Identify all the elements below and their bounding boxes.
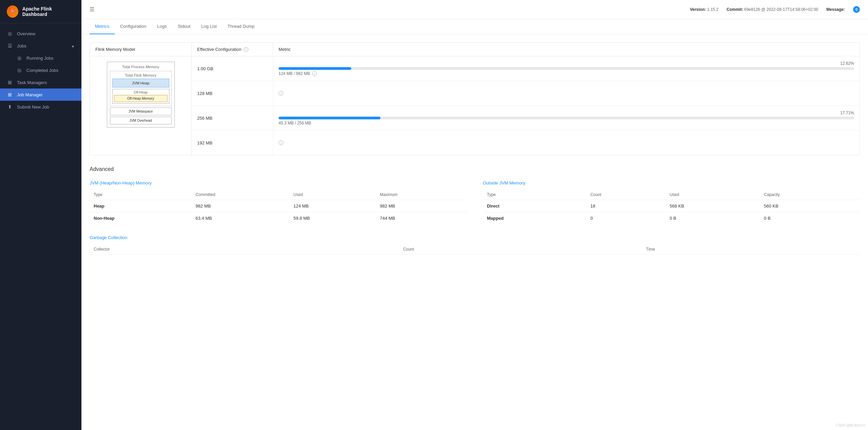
- jvm-heap-progress-fill: [279, 67, 351, 70]
- sidebar-running-jobs-label: Running Jobs: [26, 56, 54, 61]
- tab-thread-dump[interactable]: Thread Dump: [222, 19, 260, 34]
- topbar: ☰ Version: 1.15.2 Commit: 69e8126 @ 2022…: [81, 0, 868, 19]
- table-row: Mapped 0 0 B 0 B: [483, 212, 860, 224]
- advanced-tables: JVM (Heap/Non-Heap) Memory Type Committe…: [90, 180, 860, 224]
- jvm-metaspace-percent: 17.71%: [840, 111, 854, 115]
- memory-col-headers: Flink Memory Model Effective Configurati…: [90, 43, 860, 56]
- outside-jvm-table-section: Outside JVM Memory Type Count Used Capac…: [483, 180, 860, 224]
- eff-config-label: Effective Configuration: [197, 47, 242, 52]
- memory-row-off-heap: 128 MB i: [192, 81, 860, 106]
- table-row: Heap 982 MB 124 MB 982 MB: [90, 200, 467, 212]
- sidebar-section-jobs[interactable]: ☰ Jobs ▲: [0, 40, 81, 52]
- jvm-metaspace-metric: 17.71% 45.3 MB / 256 MB: [273, 106, 860, 130]
- total-flink-memory-box: Total Flink Memory JVM Heap Off-Heap Off…: [110, 71, 172, 106]
- topbar-info: Version: 1.15.2 Commit: 69e8126 @ 2022-0…: [690, 6, 860, 13]
- version-info: Version: 1.15.2: [690, 7, 718, 12]
- jvm-col-committed: Committed: [191, 190, 289, 200]
- memory-row-jvm-metaspace: 256 MB 17.71% 45.3 MB / 256 MB: [192, 106, 860, 131]
- chevron-up-icon: ▲: [71, 44, 75, 48]
- version-label: Version:: [690, 7, 706, 12]
- jvm-metaspace-diagram: JVM Metaspace: [110, 108, 172, 115]
- heap-committed: 982 MB: [191, 200, 289, 212]
- sidebar-item-overview[interactable]: ◎ Overview: [0, 27, 81, 40]
- jvm-table-title: JVM (Heap/Non-Heap) Memory: [90, 180, 467, 185]
- sidebar-item-job-manager[interactable]: ⊞ Job Manager: [0, 89, 81, 101]
- effective-config-header: Effective Configuration i: [192, 43, 273, 56]
- jvm-overhead-eff-config: 192 MB: [192, 131, 273, 155]
- jvm-overhead-diagram: JVM Overhead: [110, 117, 172, 124]
- off-heap-info-icon[interactable]: i: [279, 91, 283, 96]
- off-heap-label: Off-Heap: [114, 91, 168, 94]
- mapped-type: Mapped: [483, 212, 586, 224]
- message-count-badge: 0: [853, 6, 860, 13]
- tab-logs[interactable]: Logs: [152, 19, 172, 34]
- off-heap-eff-config: 128 MB: [192, 81, 273, 105]
- mapped-capacity: 0 B: [760, 212, 860, 224]
- eff-config-info-icon[interactable]: i: [244, 47, 248, 52]
- content-area: Metrics Configuration Logs Stdout Log Li…: [81, 19, 868, 430]
- ojvm-col-type: Type: [483, 190, 586, 200]
- logo-emoji: 🦩: [9, 8, 16, 15]
- page-body: Flink Memory Model Effective Configurati…: [81, 34, 868, 263]
- direct-capacity: 560 KB: [760, 200, 860, 212]
- sidebar: 🦩 Apache Flink Dashboard ◎ Overview ☰ Jo…: [0, 0, 81, 430]
- sidebar-item-task-managers[interactable]: ⊞ Task Managers: [0, 76, 81, 89]
- tab-log-list[interactable]: Log List: [196, 19, 222, 34]
- watermark: CSDN @Brother2U: [836, 424, 865, 427]
- completed-jobs-icon: ◎: [16, 67, 22, 73]
- sidebar-item-submit-new-job[interactable]: ⬆ Submit New Job: [0, 101, 81, 113]
- ojvm-col-used: Used: [665, 190, 760, 200]
- jvm-col-maximum: Maximum: [376, 190, 467, 200]
- submit-job-icon: ⬆: [7, 104, 13, 110]
- memory-table-body: Total Process Memory Total Flink Memory …: [90, 56, 860, 155]
- nonheap-used: 59.8 MB: [289, 212, 376, 224]
- commit-label: Commit:: [727, 7, 743, 12]
- tab-stdout[interactable]: Stdout: [172, 19, 196, 34]
- heap-type: Heap: [90, 200, 191, 212]
- flink-memory-model-header: Flink Memory Model: [90, 43, 192, 56]
- outside-jvm-title: Outside JVM Memory: [483, 180, 860, 185]
- sidebar-item-running-jobs[interactable]: ◎ Running Jobs: [0, 52, 81, 64]
- version-value: 1.15.2: [707, 7, 718, 12]
- jvm-heap-info-icon[interactable]: i: [312, 71, 317, 76]
- sidebar-task-managers-label: Task Managers: [17, 80, 47, 85]
- gc-header-row: Collector Count Time: [90, 244, 860, 255]
- ojvm-col-capacity: Capacity: [760, 190, 860, 200]
- heap-maximum: 982 MB: [376, 200, 467, 212]
- gc-section: Garbage Collection Collector Count Time: [90, 235, 860, 255]
- overview-icon: ◎: [7, 31, 13, 36]
- jvm-overhead-info-icon[interactable]: i: [279, 140, 283, 145]
- sidebar-jobs-label: Jobs: [17, 43, 26, 48]
- jvm-heap-percent: 12.62%: [840, 61, 854, 66]
- tab-metrics[interactable]: Metrics: [90, 19, 115, 34]
- jvm-metaspace-progress-bar: [279, 117, 854, 119]
- main-area: ☰ Version: 1.15.2 Commit: 69e8126 @ 2022…: [81, 0, 868, 430]
- jvm-heap-progress-bar: [279, 67, 854, 70]
- job-manager-icon: ⊞: [7, 92, 13, 97]
- mapped-count: 0: [586, 212, 666, 224]
- sidebar-jobs-submenu: ◎ Running Jobs ◎ Completed Jobs: [0, 52, 81, 76]
- sidebar-job-manager-label: Job Manager: [17, 92, 43, 97]
- memory-model-section: Flink Memory Model Effective Configurati…: [90, 42, 860, 155]
- tab-configuration[interactable]: Configuration: [115, 19, 152, 34]
- memory-diagram: Total Process Memory Total Flink Memory …: [90, 56, 192, 155]
- jvm-metaspace-eff-config: 256 MB: [192, 106, 273, 130]
- sidebar-item-completed-jobs[interactable]: ◎ Completed Jobs: [0, 64, 81, 76]
- off-heap-memory-label: Off-Heap Memory: [114, 95, 168, 102]
- off-heap-box: Off-Heap Off-Heap Memory: [112, 89, 169, 104]
- app-logo: 🦩: [7, 5, 18, 18]
- jobs-icon: ☰: [7, 43, 13, 48]
- direct-used: 568 KB: [665, 200, 760, 212]
- memory-row-jvm-heap: 1.00 GB 12.62% 124 MB / 982 MB: [192, 56, 860, 81]
- jvm-heap-eff-config: 1.00 GB: [192, 56, 273, 81]
- direct-count: 18: [586, 200, 666, 212]
- mem-diagram-box: Total Process Memory Total Flink Memory …: [107, 62, 175, 128]
- memory-row-jvm-overhead: 192 MB i: [192, 131, 860, 155]
- jvm-overhead-metric: i: [273, 131, 860, 155]
- menu-toggle-icon[interactable]: ☰: [90, 6, 94, 13]
- gc-col-collector: Collector: [90, 244, 399, 255]
- total-process-memory-label: Total Process Memory: [110, 65, 172, 69]
- app-title: Apache Flink Dashboard: [22, 6, 75, 17]
- sidebar-submit-new-job-label: Submit New Job: [17, 104, 49, 110]
- jvm-metaspace-progress-fill: [279, 117, 380, 119]
